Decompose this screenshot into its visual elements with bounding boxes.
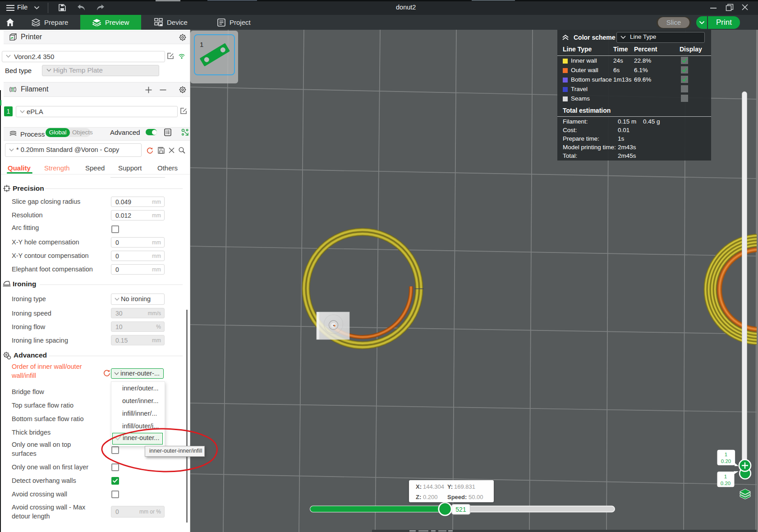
svg-text:0.20: 0.20 xyxy=(721,459,731,464)
svg-text:1: 1 xyxy=(725,452,727,457)
svg-text:0.20: 0.20 xyxy=(721,481,730,486)
svg-text:1: 1 xyxy=(724,474,727,479)
svg-text:521: 521 xyxy=(455,506,466,513)
